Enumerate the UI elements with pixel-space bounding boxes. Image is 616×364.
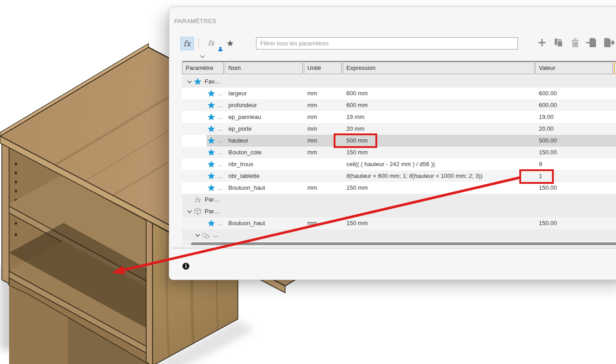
- copy-parameter-button[interactable]: [553, 37, 564, 48]
- add-parameter-button[interactable]: [537, 38, 547, 48]
- param-row-largeur[interactable]: …largeurmm600 mm600.00: [182, 88, 616, 99]
- user-defined-parameter-button[interactable]: fx: [204, 37, 218, 49]
- column-header-paramètre[interactable]: Paramètre: [182, 62, 224, 74]
- param-row-nbr_tablette[interactable]: …nbr_tabletteif(hauteur < 600 mm; 1; if(…: [182, 170, 616, 182]
- cube-group-icon: [193, 208, 202, 216]
- row-options-ellipsis[interactable]: …: [217, 123, 223, 135]
- param-value: 150.00: [535, 147, 616, 158]
- component-group-icon: [201, 231, 210, 239]
- group-row-par[interactable]: fxPar…: [182, 194, 616, 206]
- group-label: …: [213, 229, 219, 241]
- param-row-Bouton_cote[interactable]: …Bouton_cotemm150 mm150.00: [182, 147, 616, 158]
- param-name: Boutuon_haut: [225, 217, 304, 229]
- parameters-dialog: PARAMÈTRES fx fx ★: [169, 6, 616, 280]
- column-header-nom[interactable]: Nom: [225, 62, 303, 74]
- group-row-fav[interactable]: Fav…: [182, 76, 616, 88]
- param-expression[interactable]: 20 mm: [343, 123, 535, 135]
- user-parameters-button[interactable]: fx: [180, 37, 194, 50]
- param-value: 150.00: [535, 217, 616, 229]
- favorite-star-icon: [194, 78, 202, 85]
- group-collapse-chevron[interactable]: [186, 80, 193, 84]
- group-row-[interactable]: …: [182, 229, 616, 241]
- chevron-down-icon: [195, 234, 200, 237]
- horizontal-scrollbar-thumb[interactable]: [191, 242, 616, 245]
- export-parameters-button[interactable]: [603, 37, 615, 48]
- param-name: hauteur: [225, 135, 304, 147]
- param-row-nbr_trous[interactable]: …nbr_trousceil(( ( hauteur - 242 mm ) / …: [182, 158, 616, 170]
- param-name: largeur: [225, 88, 304, 99]
- import-parameters-button[interactable]: [586, 37, 597, 48]
- row-options-ellipsis[interactable]: …: [217, 135, 223, 147]
- delete-parameter-button[interactable]: [570, 37, 580, 48]
- param-value: 9: [535, 158, 616, 170]
- favorite-star-icon: [207, 90, 215, 97]
- left-panel-front-edge: [2, 142, 9, 284]
- param-row-ep_porte[interactable]: …ep_portemm20 mm20.00: [182, 123, 616, 135]
- param-row-profondeur[interactable]: …profondeurmm600 mm600.00: [182, 99, 616, 111]
- param-value: 600.00: [535, 88, 616, 99]
- row-options-ellipsis[interactable]: …: [217, 147, 223, 158]
- fx-icon: fx: [183, 39, 191, 48]
- chevron-down-icon: [187, 80, 192, 84]
- column-header-valeur[interactable]: Valeur: [535, 62, 613, 74]
- param-unit: mm: [304, 99, 343, 111]
- group-label: Fav…: [205, 76, 221, 88]
- favorite-star-icon: [207, 102, 215, 109]
- export-icon: [604, 38, 614, 47]
- plus-icon: [538, 39, 546, 46]
- favorites-filter-button[interactable]: ★: [224, 37, 237, 49]
- param-value: 500.00: [535, 135, 616, 147]
- star-icon: ★: [226, 38, 234, 49]
- param-row-Boutuon_haut[interactable]: …Boutuon_hautmm150 mm150.00: [182, 217, 616, 229]
- favorite-star-icon: [207, 172, 215, 180]
- param-expression[interactable]: 150 mm: [343, 182, 535, 194]
- param-value: 600.00: [535, 99, 616, 111]
- row-options-ellipsis[interactable]: …: [217, 217, 223, 229]
- favorite-star-icon: [207, 125, 215, 133]
- param-expression[interactable]: 600 mm: [343, 88, 535, 99]
- row-options-ellipsis[interactable]: …: [217, 182, 223, 194]
- import-icon: [586, 38, 596, 47]
- param-expression[interactable]: 19 mm: [343, 111, 535, 123]
- favorite-star-icon: [207, 113, 215, 121]
- row-options-ellipsis[interactable]: …: [217, 170, 223, 182]
- param-expression[interactable]: 500 mm: [343, 135, 535, 147]
- param-expression[interactable]: 150 mm: [343, 147, 535, 158]
- param-row-ep_panneau[interactable]: …ep_panneaumm19 mm19.00: [182, 111, 616, 123]
- table-header-row: ParamètreNomUnitéExpressionValeur: [182, 62, 616, 74]
- param-expression[interactable]: 150 mm: [343, 217, 535, 229]
- component-icon: [202, 231, 210, 239]
- param-row-Boutuon_haut[interactable]: …Boutuon_hautmm150 mm150.00: [182, 182, 616, 194]
- param-row-hauteur[interactable]: …hauteurmm500 mm500.00: [182, 135, 616, 147]
- fx-group-icon: fx: [193, 194, 202, 206]
- param-unit: mm: [304, 111, 343, 123]
- chevron-down-icon: [187, 210, 192, 213]
- param-expression[interactable]: 600 mm: [343, 99, 535, 111]
- group-collapse-chevron[interactable]: [186, 210, 193, 213]
- param-unit: mm: [304, 147, 343, 158]
- trash-icon: [572, 39, 579, 48]
- favorite-star-icon: [207, 161, 215, 168]
- param-unit: mm: [304, 88, 343, 99]
- group-collapse-chevron[interactable]: [194, 234, 201, 237]
- info-icon[interactable]: i: [182, 263, 189, 270]
- param-unit: mm: [304, 123, 343, 135]
- row-options-ellipsis[interactable]: …: [217, 111, 223, 123]
- param-expression[interactable]: ceil(( ( hauteur - 242 mm ) / d56 )): [343, 158, 535, 170]
- column-header-unité[interactable]: Unité: [304, 62, 342, 74]
- fusion-canvas: PARAMÈTRES fx fx ★: [0, 0, 616, 364]
- group-row-par[interactable]: Par…: [182, 206, 616, 217]
- person-icon: [218, 47, 222, 51]
- fx-user-icon: fx: [208, 39, 214, 47]
- row-options-ellipsis[interactable]: …: [217, 158, 223, 170]
- param-expression[interactable]: if(hauteur < 600 mm; 1; if(hauteur < 100…: [343, 170, 535, 182]
- row-options-ellipsis[interactable]: …: [217, 88, 223, 99]
- parameters-table: Fav……largeurmm600 mm600.00…profondeurmm6…: [182, 76, 616, 241]
- hidden-column-header[interactable]: [614, 62, 616, 74]
- param-unit: mm: [304, 182, 343, 194]
- row-options-ellipsis[interactable]: …: [217, 99, 223, 111]
- column-header-expression[interactable]: Expression: [343, 62, 534, 74]
- cube-icon: [194, 208, 202, 216]
- column-options-chevron-icon[interactable]: [199, 55, 206, 59]
- filter-parameters-input[interactable]: [256, 37, 518, 49]
